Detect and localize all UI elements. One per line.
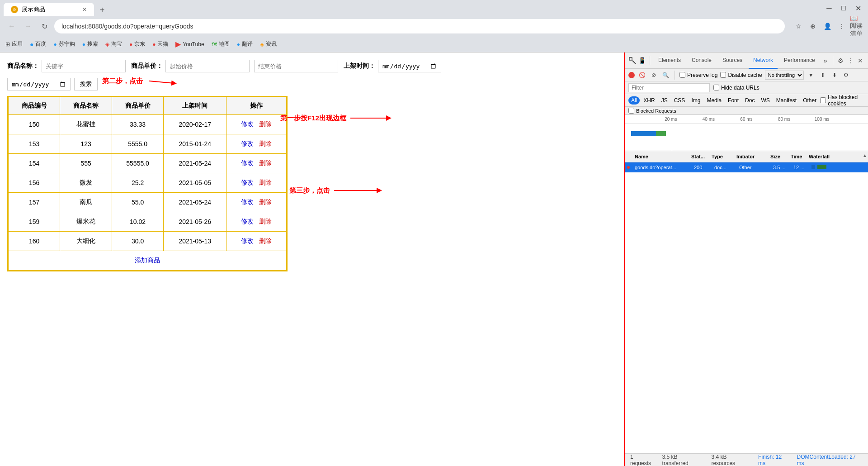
hide-data-urls-label[interactable]: Hide data URLs <box>713 85 760 91</box>
edit-link[interactable]: 修改 <box>241 237 254 244</box>
cell-date: 2021-05-24 <box>164 193 226 212</box>
filter-manifest[interactable]: Manifest <box>774 96 799 105</box>
tab-sources[interactable]: Sources <box>718 52 747 69</box>
bookmark-suning[interactable]: ● 苏宁购 <box>53 40 75 48</box>
bookmark-search[interactable]: ● 搜索 <box>82 40 98 48</box>
bookmark-news[interactable]: ◈ 资讯 <box>260 40 277 48</box>
blocked-requests-checkbox[interactable] <box>628 108 634 114</box>
edit-link[interactable]: 修改 <box>241 198 254 205</box>
back-button[interactable]: ← <box>5 20 18 33</box>
throttle-chevron[interactable]: ▼ <box>807 71 816 80</box>
export-button[interactable]: ⬇ <box>830 71 839 80</box>
blocked-requests-label[interactable]: Blocked Requests <box>628 108 676 114</box>
tab-close-button[interactable]: ✕ <box>82 6 87 13</box>
filter-other[interactable]: Other <box>800 96 819 105</box>
table-row: 153 123 5555.0 2015-01-24 修改 删除 <box>9 134 287 154</box>
search-button[interactable]: 搜索 <box>74 78 98 90</box>
col-type-header[interactable]: Type <box>709 153 734 160</box>
new-tab-button[interactable]: + <box>96 4 108 16</box>
filter-js[interactable]: JS <box>659 96 670 105</box>
bookmark-button[interactable]: ☆ <box>792 20 805 33</box>
disable-cache-label[interactable]: Disable cache <box>720 72 762 78</box>
tab-console[interactable]: Console <box>687 52 716 69</box>
col-waterfall-header[interactable]: Waterfall <box>806 153 863 160</box>
preserve-log-checkbox[interactable] <box>679 72 685 78</box>
throttle-select[interactable]: No throttling <box>765 71 804 80</box>
record-button[interactable] <box>628 72 635 78</box>
filter-media[interactable]: Media <box>704 96 724 105</box>
preserve-log-label[interactable]: Preserve log <box>679 72 717 78</box>
more-options-button[interactable]: ⋮ <box>847 55 855 66</box>
forward-button[interactable]: → <box>22 20 34 33</box>
bookmark-map[interactable]: 🗺 地图 <box>212 40 230 48</box>
delete-link[interactable]: 删除 <box>259 218 272 225</box>
active-tab[interactable]: ⊙ 展示商品 ✕ <box>4 3 94 16</box>
price-end-input[interactable] <box>254 60 338 72</box>
col-initiator-header[interactable]: Initiator <box>734 153 768 160</box>
filter-font[interactable]: Font <box>725 96 741 105</box>
edit-link[interactable]: 修改 <box>241 179 254 186</box>
menu-button[interactable]: ⋮ <box>835 20 848 33</box>
filter-all[interactable]: All <box>628 96 640 105</box>
url-input[interactable]: localhost:8080/goods.do?operate=queryGoo… <box>54 19 785 33</box>
delete-link[interactable]: 删除 <box>259 159 272 166</box>
edit-link[interactable]: 修改 <box>241 120 254 128</box>
price-start-input[interactable] <box>165 60 250 72</box>
minimize-button[interactable]: ─ <box>823 2 835 14</box>
tab-performance[interactable]: Performance <box>779 52 820 69</box>
date-input2[interactable] <box>7 78 71 90</box>
bookmark-tianmao[interactable]: ● 天猫 <box>152 40 168 48</box>
extension1-button[interactable]: ⊕ <box>807 20 819 33</box>
col-name-header[interactable]: Name <box>632 153 689 160</box>
filter-xhr[interactable]: XHR <box>641 96 657 105</box>
date-input[interactable] <box>378 60 441 72</box>
profile-button[interactable]: 👤 <box>821 20 834 33</box>
filter-toggle-button[interactable]: ⊘ <box>649 71 658 80</box>
delete-link[interactable]: 删除 <box>259 179 272 186</box>
bookmark-apps[interactable]: ⊞ 应用 <box>5 40 23 48</box>
network-settings-button[interactable]: ⚙ <box>842 71 851 80</box>
hide-data-urls-checkbox[interactable] <box>713 85 719 90</box>
has-blocked-cookies-checkbox[interactable] <box>820 97 826 103</box>
delete-link[interactable]: 删除 <box>259 237 272 244</box>
name-input[interactable] <box>42 60 126 72</box>
bookmark-jd[interactable]: ● 京东 <box>129 40 145 48</box>
filter-ws[interactable]: WS <box>758 96 772 105</box>
network-request-row[interactable]: goods.do?operat... 200 doc... Other 3.5 … <box>625 162 868 172</box>
filter-doc[interactable]: Doc <box>742 96 757 105</box>
address-bar: ← → ↻ localhost:8080/goods.do?operate=qu… <box>0 16 868 36</box>
device-toolbar-button[interactable]: 📱 <box>638 55 646 66</box>
refresh-button[interactable]: ↻ <box>38 20 51 33</box>
bookmark-youtube[interactable]: ▶ YouTube <box>175 40 204 48</box>
reader-mode-button[interactable]: 📖 阅读清单 <box>850 20 863 33</box>
devtools-close-button[interactable]: ✕ <box>856 55 864 66</box>
edit-link[interactable]: 修改 <box>241 159 254 166</box>
settings-button[interactable]: ⚙ <box>837 55 845 66</box>
disable-cache-checkbox[interactable] <box>720 72 726 78</box>
network-search-button[interactable]: 🔍 <box>661 71 670 80</box>
inspect-button[interactable] <box>628 55 637 66</box>
delete-link[interactable]: 删除 <box>259 120 272 128</box>
col-size-header[interactable]: Size <box>768 153 788 160</box>
bookmark-translate[interactable]: ● 翻译 <box>237 40 253 48</box>
bookmark-taobao[interactable]: ◈ 淘宝 <box>105 40 122 48</box>
edit-link[interactable]: 修改 <box>241 140 254 147</box>
more-tabs-button[interactable]: » <box>821 55 830 66</box>
col-time-header[interactable]: Time <box>788 153 806 160</box>
filter-input[interactable] <box>628 83 710 92</box>
bookmark-baidu[interactable]: ● 百度 <box>30 40 46 48</box>
maximize-button[interactable]: □ <box>837 2 850 14</box>
close-button[interactable]: ✕ <box>852 2 864 14</box>
has-blocked-cookies-label[interactable]: Has blocked cookies <box>820 94 864 107</box>
tab-elements[interactable]: Elements <box>654 52 685 69</box>
delete-link[interactable]: 删除 <box>259 198 272 205</box>
add-goods-link[interactable]: 添加商品 <box>135 257 160 264</box>
filter-img[interactable]: Img <box>689 96 703 105</box>
clear-button[interactable]: 🚫 <box>637 71 646 80</box>
tab-network[interactable]: Network <box>749 52 778 69</box>
col-status-header[interactable]: Stat... <box>689 153 709 160</box>
filter-css[interactable]: CSS <box>671 96 688 105</box>
import-button[interactable]: ⬆ <box>818 71 827 80</box>
edit-link[interactable]: 修改 <box>241 218 254 225</box>
delete-link[interactable]: 删除 <box>259 140 272 147</box>
